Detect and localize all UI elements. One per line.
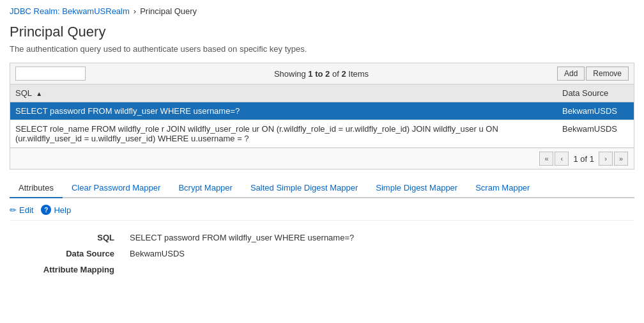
tab-scram-mapper[interactable]: Scram Mapper — [466, 178, 539, 198]
help-label: Help — [54, 205, 71, 215]
attributes-table: SQLSELECT password FROM wildfly_user WHE… — [10, 230, 634, 278]
col-header-sql[interactable]: SQL ▲ — [10, 84, 557, 102]
cell-datasource: BekwamUSDS — [557, 102, 634, 120]
breadcrumb-separator: › — [134, 6, 136, 16]
attr-row: Attribute Mapping — [10, 262, 634, 278]
sort-arrow-sql: ▲ — [36, 90, 42, 97]
table-toolbar: Showing 1 to 2 of 2 Items Add Remove — [10, 63, 634, 84]
first-page-button[interactable]: « — [539, 152, 553, 166]
add-button[interactable]: Add — [557, 67, 585, 81]
breadcrumb: JDBC Realm: BekwamUSRealm › Principal Qu… — [10, 6, 634, 16]
last-page-button[interactable]: » — [614, 152, 628, 166]
help-icon: ? — [41, 205, 51, 215]
pagination: « ‹ 1 of 1 › » — [10, 148, 634, 169]
tab-bcrypt-mapper[interactable]: Bcrypt Mapper — [169, 178, 241, 198]
attr-label: Data Source — [10, 246, 125, 262]
breadcrumb-current: Principal Query — [140, 6, 197, 16]
table-row[interactable]: SELECT role_name FROM wildfly_role r JOI… — [10, 120, 634, 148]
principal-query-table: SQL ▲ Data Source SELECT password FROM w… — [10, 84, 634, 148]
breadcrumb-link-realm[interactable]: JDBC Realm: BekwamUSRealm — [10, 6, 130, 16]
attr-value: BekwamUSDS — [125, 246, 634, 262]
edit-label: Edit — [19, 205, 33, 215]
attr-value — [125, 262, 634, 278]
showing-count: 2 — [341, 69, 346, 79]
help-link[interactable]: ? Help — [41, 205, 71, 215]
search-input[interactable] — [15, 67, 86, 81]
attr-value: SELECT password FROM wildfly_user WHERE … — [125, 230, 634, 246]
showing-label: Showing 1 to 2 of 2 Items — [86, 69, 557, 79]
next-page-button[interactable]: › — [599, 152, 613, 166]
tab-clear-password-mapper[interactable]: Clear Password Mapper — [63, 178, 169, 198]
page-description: The authentication query used to authent… — [10, 44, 634, 54]
tabs-bar: AttributesClear Password MapperBcrypt Ma… — [10, 178, 634, 198]
col-header-datasource[interactable]: Data Source — [557, 84, 634, 102]
edit-link[interactable]: ✏ Edit — [10, 205, 33, 215]
prev-page-button[interactable]: ‹ — [555, 152, 569, 166]
pencil-icon: ✏ — [10, 205, 17, 215]
showing-suffix: Items — [348, 69, 369, 79]
attr-row: Data SourceBekwamUSDS — [10, 246, 634, 262]
tab-salted-simple-digest-mapper[interactable]: Salted Simple Digest Mapper — [241, 178, 367, 198]
principal-query-table-container: Showing 1 to 2 of 2 Items Add Remove SQL… — [10, 63, 634, 169]
showing-of: of — [332, 69, 341, 79]
page-title: Principal Query — [10, 24, 634, 40]
cell-sql: SELECT role_name FROM wildfly_role r JOI… — [10, 120, 557, 148]
table-header-row: SQL ▲ Data Source — [10, 84, 634, 102]
showing-range: 1 to 2 — [308, 69, 330, 79]
attr-row: SQLSELECT password FROM wildfly_user WHE… — [10, 230, 634, 246]
tab-content-attributes: ✏ Edit ? Help SQLSELECT password FROM wi… — [10, 198, 634, 284]
current-page: 1 — [573, 154, 578, 164]
cell-sql: SELECT password FROM wildfly_user WHERE … — [10, 102, 557, 120]
attr-label: SQL — [10, 230, 125, 246]
remove-button[interactable]: Remove — [586, 67, 629, 81]
tab-attributes[interactable]: Attributes — [10, 178, 63, 198]
table-body: SELECT password FROM wildfly_user WHERE … — [10, 102, 634, 148]
of-label: of — [580, 154, 589, 164]
tab-actions: ✏ Edit ? Help — [10, 205, 634, 221]
cell-datasource: BekwamUSDS — [557, 120, 634, 148]
table-row[interactable]: SELECT password FROM wildfly_user WHERE … — [10, 102, 634, 120]
attr-label: Attribute Mapping — [10, 262, 125, 278]
total-pages: 1 — [590, 154, 594, 164]
page-info: 1 of 1 — [573, 154, 594, 164]
tab-simple-digest-mapper[interactable]: Simple Digest Mapper — [367, 178, 466, 198]
